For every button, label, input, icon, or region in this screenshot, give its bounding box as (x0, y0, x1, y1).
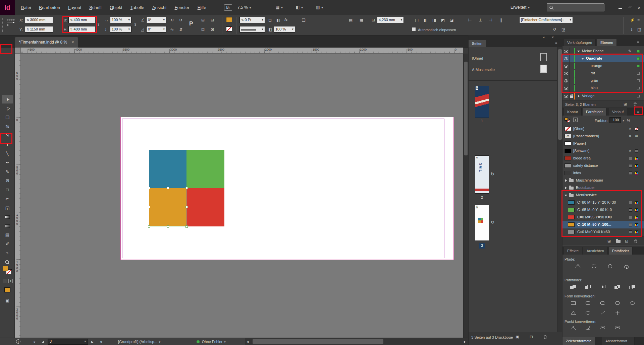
swatches-panel-menu-icon[interactable]: ≡ (637, 110, 639, 114)
visibility-toggle[interactable] (564, 79, 568, 83)
ref-dot[interactable] (7, 22, 8, 23)
tab-farbfelder[interactable]: Farbfelder (583, 108, 606, 116)
restore-button[interactable] (625, 0, 634, 15)
align-right-button[interactable]: ⊣ (489, 18, 492, 22)
selection-handle[interactable] (185, 206, 188, 208)
tab-verlauf[interactable]: Verlauf (609, 108, 627, 116)
layer-selection-box[interactable] (637, 72, 640, 75)
hand-tool[interactable]: ☜ (2, 249, 13, 257)
page-2-number[interactable]: 2 (475, 195, 489, 199)
tab-effekte[interactable]: Effekte (564, 247, 582, 255)
search-box[interactable] (547, 3, 604, 11)
visibility-toggle[interactable] (564, 86, 568, 90)
update-link-button[interactable]: ↧ (630, 27, 633, 32)
layer-name[interactable]: Quadrate (586, 56, 602, 60)
wrap-jump-button[interactable]: ◩ (441, 18, 445, 22)
gap-tool[interactable]: ↹ (2, 122, 13, 131)
selection-handle[interactable] (185, 187, 188, 189)
panel-menu-icon[interactable]: ≡ (637, 40, 639, 44)
convert-orthogonal-line-button[interactable] (611, 309, 624, 317)
pencil-tool[interactable]: ✎ (2, 167, 13, 176)
screen-mode-dropdown[interactable]: ◧ (296, 5, 303, 10)
expand-triangle-icon[interactable] (581, 58, 584, 60)
convert-polygon-button[interactable] (581, 309, 595, 317)
tab-zeichenformate[interactable]: Zeichenformate (562, 337, 595, 345)
content-collector-tool[interactable]: ⇲ (2, 131, 13, 140)
wrap-none-button[interactable]: ▢ (415, 18, 419, 22)
delete-swatch-button[interactable] (634, 239, 638, 244)
zoom-tool[interactable] (2, 258, 13, 266)
convert-beveled-rectangle-button[interactable] (596, 299, 609, 307)
layer-row-quadrate-selected[interactable]: Quadrate (562, 55, 644, 62)
square-red[interactable] (186, 188, 224, 226)
transparency-icon[interactable]: ◧ (276, 18, 280, 22)
wrap-object-shape-button[interactable]: ◨ (432, 18, 436, 22)
delete-page-button[interactable] (543, 335, 547, 339)
scrollbar-thumb[interactable] (558, 49, 562, 140)
panel-grip[interactable] (2, 18, 3, 32)
layer-selection-box[interactable] (637, 95, 640, 97)
master-none-label[interactable]: [Ohne] (472, 56, 483, 61)
tab-ausrichten[interactable]: Ausrichten (583, 247, 608, 255)
first-page-button[interactable]: ⇤ (34, 340, 37, 344)
lock-icon[interactable] (570, 95, 573, 98)
master-none-thumbnail[interactable] (540, 53, 547, 61)
swatch-row-c65[interactable]: C=65 M=0 Y=90 K=0 (562, 206, 644, 214)
scrollbar-thumb[interactable] (253, 339, 383, 344)
ref-dot-selected[interactable] (13, 22, 14, 23)
tint-field[interactable]: 100 (609, 117, 621, 123)
collapsed-triangle-icon[interactable] (565, 179, 567, 182)
visibility-toggle[interactable] (564, 57, 568, 61)
layer-selection-box[interactable] (637, 79, 640, 82)
selection-handle[interactable] (167, 187, 169, 189)
preflight-profile-dropdown[interactable]: [Grundprofil] (Arbeitsp... (118, 339, 160, 344)
new-layer-button[interactable]: ⊞ (624, 102, 627, 107)
pathfinder-add-button[interactable] (567, 283, 580, 291)
constrain-scale-icon[interactable]: ∞ (133, 23, 138, 26)
ref-dot[interactable] (7, 19, 8, 20)
rotate-90-ccw-button[interactable]: ↺ (179, 18, 182, 22)
fill-stroke-proxy[interactable] (3, 266, 13, 275)
corner-radius-field[interactable]: 4,233 mm (377, 17, 404, 23)
flip-horizontal-button[interactable]: ⇋ (170, 27, 174, 32)
stroke-style-dropdown[interactable] (239, 26, 265, 32)
selection-handle[interactable] (148, 206, 150, 208)
convert-ellipse-button[interactable] (626, 299, 639, 307)
opacity-field[interactable]: 100 % (274, 26, 295, 32)
square-green[interactable] (186, 150, 224, 188)
layer-name[interactable]: orange (591, 64, 602, 68)
scissors-tool[interactable]: ✂ (2, 195, 13, 203)
width-field[interactable]: 400 mm (68, 17, 95, 23)
swatch-row-c0-m95[interactable]: C=0 M=95 Y=90 K=0 (562, 214, 644, 221)
convert-rectangle-button[interactable] (567, 299, 580, 307)
align-center-button[interactable]: ⊥ (479, 18, 482, 22)
tab-ebenen[interactable]: Ebenen (597, 39, 617, 46)
align-left-button[interactable]: ⊢ (468, 18, 472, 22)
ref-dot[interactable] (11, 19, 12, 20)
shear-angle-field[interactable]: 0° (146, 26, 166, 32)
wrap-next-column-button[interactable]: ◪ (450, 18, 453, 22)
distribute-button[interactable]: ∥ (500, 18, 502, 22)
fit-content-to-frame-button[interactable]: ⊞ (201, 18, 205, 22)
swatch-row-passermarken[interactable]: ⊕ [Passermarken] × ⊕ (562, 133, 644, 140)
arrange-documents-dropdown[interactable]: ▥ (316, 5, 323, 10)
constrain-dimensions-icon[interactable]: ∞ (96, 23, 101, 26)
swatch-row-infos[interactable]: infos (562, 169, 644, 177)
menu-layout[interactable]: Layout (64, 0, 85, 15)
tab-seiten[interactable]: Seiten (469, 40, 486, 47)
page-number-field[interactable]: 3▾ (48, 339, 88, 345)
layer-name[interactable]: rot (591, 71, 595, 75)
swatch-group-button[interactable]: ⊞ (607, 239, 611, 244)
search-input[interactable] (555, 4, 602, 10)
bridge-button[interactable]: Br (224, 4, 232, 11)
tab-verknuepfungen[interactable]: Verknüpfungen (564, 39, 596, 46)
ref-dot[interactable] (11, 22, 12, 23)
wrap-bounding-box-button[interactable]: ◧ (424, 18, 427, 22)
control-panel-menu-icon[interactable]: ≡ (637, 18, 640, 22)
break-link-style-button[interactable]: ◲ (561, 27, 565, 32)
ruler-origin-corner[interactable] (15, 48, 21, 54)
convert-inverse-rounded-rectangle-button[interactable] (611, 299, 624, 307)
text-wrap-off-button[interactable]: ▤ (349, 18, 353, 22)
selection-handle[interactable] (148, 187, 150, 189)
visibility-toggle[interactable] (564, 94, 568, 98)
